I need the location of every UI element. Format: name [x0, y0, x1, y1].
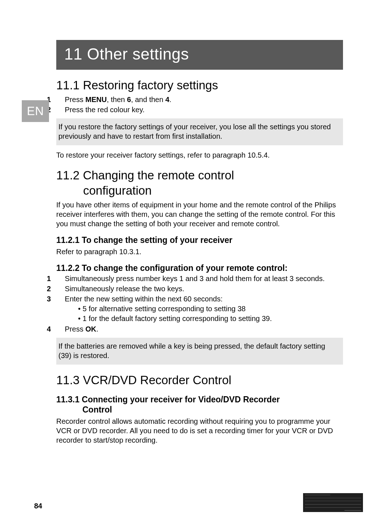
heading-line: configuration — [83, 184, 152, 197]
step-bullets: 5 for alternative setting corresponding … — [78, 304, 343, 324]
thumbnail-line — [305, 501, 361, 501]
paragraph: If you have other items of equipment in … — [56, 200, 343, 228]
step-text: Enter the new setting within the next 60… — [65, 295, 223, 303]
step-item: 2 Simultaneously release the two keys. — [56, 284, 343, 294]
section-11-1-steps: 1 Press MENU, then 6, and then 4. 2 Pres… — [56, 95, 343, 115]
thumbnail-line — [305, 498, 361, 498]
step-text: . — [170, 96, 172, 103]
step-text: , and then — [131, 96, 166, 103]
paragraph: Recorder control allows automatic record… — [56, 417, 343, 445]
step-text: Press — [65, 325, 86, 333]
section-11-1-heading: 11.1 Restoring factory settings — [56, 78, 343, 93]
step-item: 4 Press OK. — [56, 324, 343, 334]
section-11-2-heading: 11.2 Changing the remote control configu… — [56, 168, 343, 198]
bullet-item: 1 for the default factory setting corres… — [78, 314, 343, 324]
step-text: Press — [65, 96, 86, 103]
step-item: 1 Press MENU, then 6, and then 4. — [56, 95, 343, 105]
step-text: , then — [107, 96, 127, 103]
note-box-batteries: If the batteries are removed while a key… — [56, 338, 343, 365]
heading-line: 11.3.1 Connecting your receiver for Vide… — [56, 395, 280, 404]
step-number: 3 — [56, 294, 63, 304]
thumbnail-line — [344, 510, 362, 511]
key-4: 4 — [165, 96, 169, 103]
bullet-item: 5 for alternative setting corresponding … — [78, 304, 343, 314]
step-text: Simultaneously press number keys 1 and 3… — [65, 275, 325, 283]
step-item: 1 Simultaneously press number keys 1 and… — [56, 274, 343, 284]
step-text: Simultaneously release the two keys. — [65, 285, 184, 293]
manual-page: EN 11 Other settings 11.1 Restoring fact… — [0, 0, 392, 532]
page-number: 84 — [34, 502, 42, 510]
step-number: 2 — [56, 284, 63, 294]
step-text: . — [96, 325, 98, 333]
chapter-title: Other settings — [87, 45, 189, 63]
heading-line: 11.2 Changing the remote control — [56, 168, 234, 182]
step-number: 2 — [56, 105, 63, 115]
section-11-2-2-steps: 1 Simultaneously press number keys 1 and… — [56, 274, 343, 334]
paragraph: To restore your receiver factory setting… — [56, 150, 343, 160]
thumbnail-line — [305, 507, 361, 508]
chapter-heading: 11 Other settings — [56, 40, 343, 70]
language-tab: EN — [22, 100, 49, 122]
subsection-11-3-1-heading: 11.3.1 Connecting your receiver for Vide… — [56, 394, 343, 415]
heading-line: Control — [82, 405, 112, 414]
step-number: 1 — [56, 274, 63, 284]
thumbnail-preview — [303, 493, 363, 512]
ok-key: OK — [85, 325, 96, 333]
subsection-11-2-1-heading: 11.2.1 To change the setting of your rec… — [56, 235, 343, 245]
thumbnail-line — [305, 504, 361, 505]
section-11-3-heading: 11.3 VCR/DVD Recorder Control — [56, 373, 343, 387]
step-number: 1 — [56, 95, 63, 105]
menu-key: MENU — [85, 96, 107, 103]
note-box-factory-restore: If you restore the factory settings of y… — [56, 118, 343, 145]
paragraph: Refer to paragraph 10.3.1. — [56, 247, 343, 256]
subsection-11-2-2-heading: 11.2.2 To change the configuration of yo… — [56, 263, 343, 273]
key-6: 6 — [127, 96, 131, 103]
chapter-number: 11 — [64, 45, 82, 63]
step-text: Press the red colour key. — [65, 106, 145, 114]
page-content: 11 Other settings 11.1 Restoring factory… — [56, 40, 343, 445]
step-item: 3 Enter the new setting within the next … — [56, 294, 343, 324]
step-number: 4 — [56, 324, 63, 334]
thumbnail-line — [305, 495, 330, 495]
step-item: 2 Press the red colour key. — [56, 105, 343, 115]
